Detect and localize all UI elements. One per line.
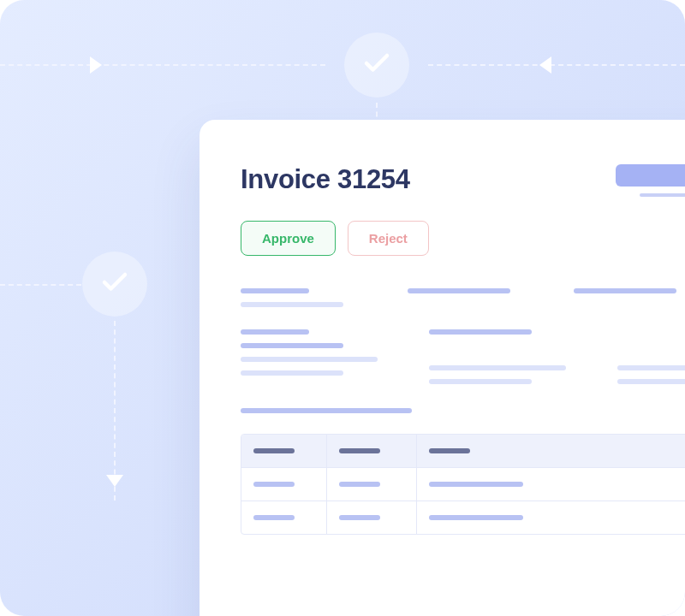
flow-line [0, 64, 325, 66]
header-meta [616, 164, 685, 197]
table-header-row [241, 435, 685, 468]
check-icon [361, 48, 392, 82]
placeholder-line [429, 379, 532, 384]
reject-button[interactable]: Reject [348, 221, 429, 256]
placeholder-line [241, 288, 309, 293]
placeholder-line [241, 408, 412, 413]
arrow-left-icon [539, 56, 551, 74]
table-cell [327, 468, 417, 500]
placeholder-line [241, 370, 343, 376]
placeholder-line [241, 329, 309, 335]
invoice-title: Invoice 31254 [241, 164, 410, 195]
table-header-cell [241, 435, 327, 467]
placeholder-line [429, 329, 532, 335]
placeholder-line [241, 302, 343, 307]
placeholder-line [429, 365, 566, 370]
table-cell [241, 468, 327, 500]
table-cell [417, 501, 685, 534]
status-badge [616, 164, 685, 187]
placeholder-line [617, 379, 685, 384]
line-items-table [241, 434, 685, 535]
table-header-cell [327, 435, 417, 467]
table-cell [417, 468, 685, 500]
action-bar: Approve Reject [241, 221, 685, 256]
arrow-right-icon [90, 56, 102, 74]
check-badge [82, 252, 147, 317]
check-icon [99, 267, 130, 301]
placeholder-line [241, 343, 343, 348]
placeholder-line [408, 288, 510, 293]
placeholder-line [241, 357, 378, 362]
table-row [241, 468, 685, 501]
check-badge [344, 33, 409, 98]
placeholder-line [617, 365, 685, 370]
detail-block [241, 329, 685, 384]
flow-line [0, 284, 81, 286]
table-row [241, 501, 685, 534]
arrow-down-icon [106, 475, 123, 487]
meta-line [640, 193, 685, 197]
workflow-canvas: Invoice 31254 Approve Reject [0, 0, 685, 616]
flow-line [428, 64, 685, 66]
detail-block [241, 288, 685, 307]
flow-line [114, 321, 116, 500]
approve-button[interactable]: Approve [241, 221, 336, 256]
invoice-card: Invoice 31254 Approve Reject [200, 120, 685, 616]
table-cell [327, 501, 417, 534]
card-header: Invoice 31254 [241, 164, 685, 197]
table-header-cell [417, 435, 685, 467]
table-cell [241, 501, 327, 534]
placeholder-line [574, 288, 676, 293]
